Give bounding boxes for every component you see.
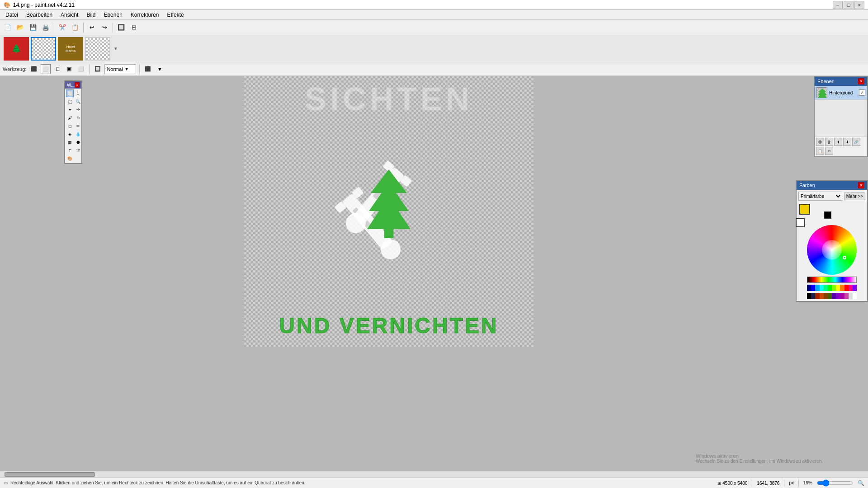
tab-thumb-3[interactable]: HotelMama — [58, 37, 83, 61]
palette-color[interactable] — [836, 285, 840, 291]
tab-thumb-4[interactable] — [85, 37, 110, 61]
tool-size-small[interactable]: ⬛ — [29, 64, 39, 74]
palette-color[interactable] — [820, 285, 824, 291]
menu-bild[interactable]: Bild — [83, 11, 99, 19]
tool-pencil[interactable]: ✏ — [74, 122, 82, 130]
tool-magic-wand[interactable]: ✦ — [66, 106, 74, 113]
menu-korrekturen[interactable]: Korrekturen — [127, 11, 163, 19]
tool-zoom[interactable]: 🔍 — [74, 98, 82, 105]
tool-colors-widget[interactable]: 🎨 — [66, 155, 74, 162]
palette-color[interactable] — [828, 285, 832, 291]
palette-color[interactable] — [820, 293, 824, 299]
tool-fill[interactable]: ◈ — [66, 130, 74, 138]
tool-size-select3[interactable]: ▣ — [64, 64, 74, 74]
palette-color[interactable] — [840, 293, 844, 299]
layer-up-button[interactable]: ⬆ — [834, 138, 842, 146]
tab-thumb-1[interactable]: 🌲 — [4, 37, 29, 61]
tool-clone[interactable]: ⊕ — [74, 114, 82, 122]
tool-size-select1[interactable]: ⬜ — [41, 64, 51, 74]
scrollbar-thumb-horizontal[interactable] — [5, 472, 95, 477]
tool-option-a[interactable]: 🔲 — [93, 64, 103, 74]
maximize-button[interactable]: □ — [844, 1, 854, 9]
tool-color-picker[interactable]: 💧 — [74, 130, 82, 138]
menu-datei[interactable]: Datei — [2, 11, 22, 19]
palette-color[interactable] — [832, 293, 836, 299]
menu-ansicht[interactable]: Ansicht — [57, 11, 82, 19]
layers-panel-titlebar[interactable]: Ebenen × — [815, 77, 867, 86]
palette-color[interactable] — [844, 293, 849, 299]
layer-visibility-toggle[interactable]: ✓ — [859, 89, 865, 96]
layer-copy-button[interactable]: 📋 — [816, 147, 824, 155]
redo-button[interactable]: ↪ — [99, 22, 110, 33]
canvas-area[interactable]: SICHTEN — [0, 76, 868, 477]
tool-shapes[interactable]: 12 — [74, 146, 82, 154]
color-spectrum-bar[interactable] — [807, 277, 857, 283]
new-file-button[interactable]: 📄 — [2, 22, 14, 33]
tab-thumb-2[interactable] — [31, 37, 56, 61]
tab-scroll-arrow[interactable]: ▼ — [112, 37, 119, 61]
palette-color[interactable] — [836, 293, 840, 299]
palette-color[interactable] — [824, 293, 828, 299]
palette-color[interactable] — [815, 285, 819, 291]
zoom-slider[interactable] — [817, 480, 853, 486]
close-button[interactable]: × — [854, 1, 864, 9]
tool-option-b[interactable]: ⬛ — [143, 64, 153, 74]
mehr-button[interactable]: Mehr >> — [844, 192, 865, 200]
color-wheel[interactable] — [807, 225, 857, 275]
palette-color[interactable] — [815, 293, 819, 299]
tool-eraser[interactable]: ◻ — [66, 122, 74, 130]
scrollbar-horizontal[interactable] — [0, 471, 868, 477]
palette-color[interactable] — [853, 293, 857, 299]
colors-panel-titlebar[interactable]: Farben × — [797, 181, 867, 190]
tool-size-select2[interactable]: ◻ — [52, 64, 62, 74]
tool-lasso[interactable]: ⤵ — [74, 89, 82, 97]
menu-bearbeiten[interactable]: Bearbeiten — [23, 11, 56, 19]
select-all-button[interactable]: ⊞ — [128, 22, 140, 33]
cut-button[interactable]: ✂️ — [57, 22, 68, 33]
palette-color[interactable] — [811, 293, 815, 299]
colors-close-button[interactable]: × — [858, 182, 864, 188]
layer-add-button[interactable]: ➕ — [816, 138, 824, 146]
tool-paintbrush[interactable]: 🖌 — [66, 114, 74, 122]
color-mode-select[interactable]: Primärfarbe — [798, 192, 842, 201]
palette-color[interactable] — [840, 285, 844, 291]
toolbox-titlebar[interactable]: W... × — [65, 81, 81, 89]
layer-item-hintergrund[interactable]: Hintergrund ✓ — [815, 86, 867, 100]
blend-mode-dropdown[interactable]: Normal ▼ — [104, 64, 136, 74]
palette-color[interactable] — [828, 293, 832, 299]
copy-button[interactable]: 📋 — [69, 22, 81, 33]
secondary-color-swatch[interactable] — [796, 218, 805, 227]
palette-color[interactable] — [811, 285, 815, 291]
print-button[interactable]: 🖨️ — [40, 22, 52, 33]
tool-text[interactable]: T — [66, 146, 74, 154]
layers-close-button[interactable]: × — [858, 78, 864, 84]
open-button[interactable]: 📂 — [14, 22, 26, 33]
palette-color[interactable] — [844, 285, 849, 291]
layer-cut-button[interactable]: ✂ — [825, 147, 833, 155]
palette-color[interactable] — [807, 285, 811, 291]
minimize-button[interactable]: − — [833, 1, 843, 9]
tool-size-select4[interactable]: ⬜ — [76, 64, 86, 74]
zoom-in-icon[interactable]: 🔍 — [858, 480, 864, 486]
tool-move[interactable]: ✢ — [74, 106, 82, 113]
palette-color[interactable] — [849, 293, 853, 299]
palette-color[interactable] — [832, 285, 836, 291]
menu-effekte[interactable]: Effekte — [164, 11, 188, 19]
tool-gradient[interactable]: ▦ — [66, 138, 74, 146]
menu-ebenen[interactable]: Ebenen — [100, 11, 126, 19]
tool-ellipse-select[interactable]: ◯ — [66, 98, 74, 105]
black-swatch[interactable] — [824, 211, 831, 219]
layer-link-button[interactable]: 🔗 — [852, 138, 860, 146]
tool-option-c[interactable]: ▼ — [155, 64, 165, 74]
palette-color[interactable] — [824, 285, 828, 291]
palette-color[interactable] — [849, 285, 853, 291]
layer-delete-button[interactable]: 🗑 — [825, 138, 833, 146]
layer-down-button[interactable]: ⬇ — [843, 138, 851, 146]
undo-button[interactable]: ↩ — [86, 22, 98, 33]
tool-rectangle-select[interactable]: ⬜ — [66, 89, 74, 97]
primary-color-swatch[interactable] — [799, 204, 810, 215]
palette-color[interactable] — [853, 285, 857, 291]
deselect-button[interactable]: 🔲 — [115, 22, 127, 33]
palette-color[interactable] — [807, 293, 811, 299]
toolbox-close-button[interactable]: × — [75, 82, 80, 88]
